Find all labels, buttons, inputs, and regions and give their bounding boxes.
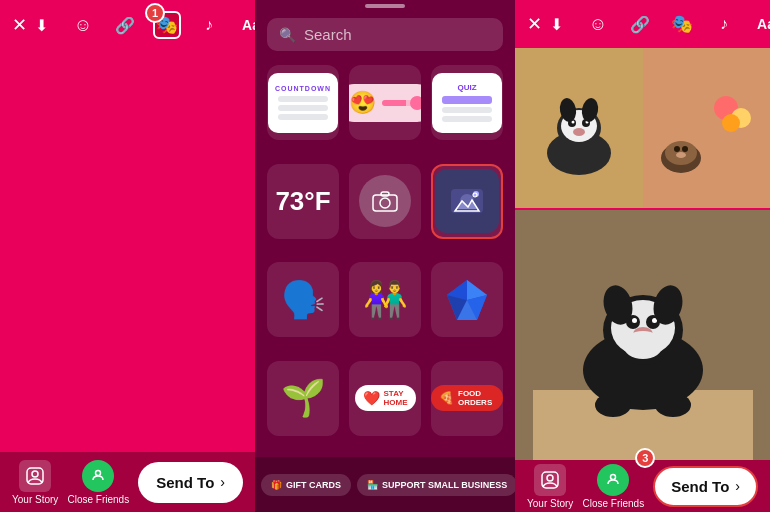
dog-photo-large	[515, 210, 770, 460]
left-toolbar: ✕ ⬇ ☺ 🔗 1 🎭 ♪ Aa	[0, 0, 255, 50]
right-sticker-icon: 🎭	[671, 13, 693, 35]
link-button[interactable]: 🔗	[111, 11, 139, 39]
right-send-to-chevron: ›	[735, 478, 740, 494]
svg-point-28	[722, 114, 740, 132]
photo-bottom	[515, 210, 770, 460]
stay-home-sticker[interactable]: ❤️ STAYHOME	[349, 361, 421, 436]
left-send-to-label: Send To	[156, 474, 214, 491]
right-emoji-button[interactable]: ☺	[584, 10, 612, 38]
gift-cards-label: GIFT CARDS	[286, 480, 341, 490]
right-close-friends-button[interactable]: Close Friends	[582, 464, 644, 509]
support-small-biz-sticker[interactable]: 🏪 SUPPORT SMALL BUSINESS	[357, 474, 515, 496]
support-small-biz-label: SUPPORT SMALL BUSINESS	[382, 480, 507, 490]
temperature-sticker[interactable]: 73°F	[267, 164, 339, 239]
your-story-icon	[19, 460, 51, 492]
search-bar[interactable]: 🔍	[267, 18, 503, 51]
dog-photo-small-right	[643, 48, 771, 208]
photo-sticker[interactable]: 2	[431, 164, 503, 239]
your-story-label: Your Story	[12, 494, 58, 505]
photo-icon	[435, 169, 499, 233]
close-friends-icon	[82, 460, 114, 492]
countdown-sticker[interactable]: COUNTDOWN	[267, 65, 339, 140]
plant-sticker[interactable]: 🌱	[267, 361, 339, 436]
right-panel: ✕ ⬇ ☺ 🔗 🎭 ♪ Aa	[515, 0, 770, 512]
sticker-badge-container: 1 🎭	[153, 11, 181, 39]
right-close-friends-label: Close Friends	[582, 498, 644, 509]
left-send-to-button[interactable]: Send To ›	[138, 462, 243, 503]
people-emoji: 👫	[363, 279, 408, 321]
drag-indicator	[365, 4, 405, 8]
svg-point-33	[676, 152, 686, 158]
right-send-to-container: 3 Send To ›	[653, 466, 758, 507]
music-button[interactable]: ♪	[195, 11, 223, 39]
left-send-to-chevron: ›	[220, 474, 225, 490]
svg-point-47	[623, 331, 663, 359]
sticker-grid: COUNTDOWN 😍 QUIZ	[255, 57, 515, 457]
svg-rect-5	[381, 192, 389, 196]
right-close-friends-icon	[597, 464, 629, 496]
dog-illustration-small	[524, 68, 634, 188]
people-sticker[interactable]: 👫	[349, 262, 421, 337]
right-text-button[interactable]: Aa	[752, 10, 770, 38]
left-panel: ✕ ⬇ ☺ 🔗 1 🎭 ♪ Aa	[0, 0, 255, 512]
emoji-button[interactable]: ☺	[69, 11, 97, 39]
gift-cards-sticker[interactable]: 🎁 GIFT CARDS	[261, 474, 351, 496]
stay-home-label: ❤️ STAYHOME	[355, 385, 416, 411]
svg-point-23	[573, 128, 585, 136]
dog-large-illustration	[533, 210, 753, 460]
camera-icon	[359, 175, 411, 227]
svg-point-31	[674, 146, 680, 152]
poll-sticker[interactable]: 😍	[349, 65, 421, 140]
close-friends-button[interactable]: Close Friends	[67, 460, 129, 505]
food-orders-label: 🍕 FOOD ORDERS	[431, 385, 503, 411]
middle-panel: 🔍 COUNTDOWN 😍	[255, 0, 515, 512]
scream-sticker[interactable]: 🗣️	[267, 262, 339, 337]
food-orders-sticker[interactable]: 🍕 FOOD ORDERS	[431, 361, 503, 436]
music-icon: ♪	[205, 16, 213, 34]
right-music-icon: ♪	[720, 15, 728, 33]
link-icon: 🔗	[115, 16, 135, 35]
right-link-button[interactable]: 🔗	[626, 10, 654, 38]
camera-sticker[interactable]	[349, 164, 421, 239]
left-canvas	[0, 50, 255, 452]
svg-point-49	[547, 475, 553, 481]
emoji-icon: ☺	[74, 15, 92, 36]
right-close-button[interactable]: ✕	[527, 10, 542, 38]
right-text-icon: Aa	[757, 16, 770, 32]
close-icon: ✕	[12, 14, 27, 36]
send-to-badge: 3	[635, 448, 655, 468]
svg-point-45	[595, 393, 631, 417]
right-close-icon: ✕	[527, 13, 542, 35]
svg-point-1	[32, 471, 38, 477]
dog-photo-small-left	[515, 48, 643, 208]
right-send-to-label: Send To	[671, 478, 729, 495]
svg-point-4	[380, 198, 390, 208]
right-music-button[interactable]: ♪	[710, 10, 738, 38]
sticker-badge: 1	[145, 3, 165, 23]
svg-point-50	[611, 474, 616, 479]
close-button[interactable]: ✕	[12, 11, 27, 39]
right-send-to-button[interactable]: Send To ›	[653, 466, 758, 507]
right-your-story-button[interactable]: Your Story	[527, 464, 573, 509]
photo-top	[515, 48, 770, 208]
gem-sticker[interactable]	[431, 262, 503, 337]
svg-point-32	[682, 146, 688, 152]
quiz-sticker[interactable]: QUIZ	[431, 65, 503, 140]
search-input[interactable]	[304, 26, 491, 43]
close-friends-label: Close Friends	[67, 494, 129, 505]
left-toolbar-icons: ⬇ ☺ 🔗 1 🎭 ♪ Aa	[27, 11, 265, 39]
toy-illustration	[651, 68, 761, 188]
right-link-icon: 🔗	[630, 15, 650, 34]
right-download-icon: ⬇	[550, 15, 563, 34]
download-icon: ⬇	[35, 16, 48, 35]
right-emoji-icon: ☺	[589, 14, 607, 35]
right-download-button[interactable]: ⬇	[542, 10, 570, 38]
your-story-button[interactable]: Your Story	[12, 460, 58, 505]
search-icon: 🔍	[279, 27, 296, 43]
right-toolbar: ✕ ⬇ ☺ 🔗 🎭 ♪ Aa	[515, 0, 770, 48]
right-your-story-label: Your Story	[527, 498, 573, 509]
right-sticker-button[interactable]: 🎭	[668, 10, 696, 38]
download-button[interactable]: ⬇	[27, 11, 55, 39]
bottom-sticker-row: 🎁 GIFT CARDS 🏪 SUPPORT SMALL BUSINESS 🙏 …	[255, 457, 515, 512]
svg-point-46	[655, 393, 691, 417]
